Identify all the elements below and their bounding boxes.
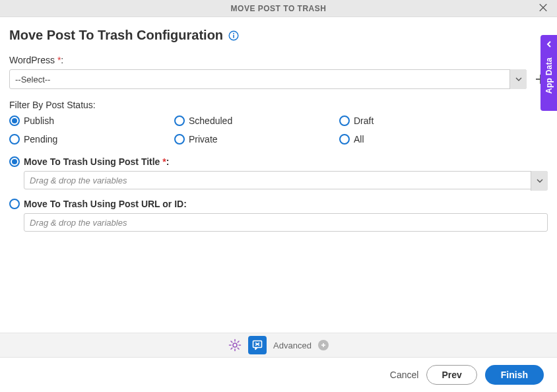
- expand-icon[interactable]: [318, 340, 329, 350]
- dialog-title: MOVE POST TO TRASH: [231, 4, 327, 13]
- radio-all[interactable]: All: [339, 134, 504, 145]
- radio-draft[interactable]: Draft: [339, 115, 504, 126]
- svg-point-3: [233, 32, 234, 34]
- page-title: Move Post To Trash Configuration: [9, 28, 223, 43]
- wordpress-label: WordPress *:: [9, 55, 548, 65]
- radio-publish[interactable]: Publish: [9, 115, 174, 126]
- svg-rect-4: [233, 34, 234, 38]
- radio-icon: [339, 115, 350, 126]
- wordpress-field-row: [9, 69, 548, 89]
- mode-title-label: Move To Trash Using Post Title *:: [24, 156, 169, 167]
- mode-title-section: Move To Trash Using Post Title *:: [9, 156, 548, 189]
- wordpress-select-input[interactable]: [9, 69, 527, 89]
- mode-url-label: Move To Trash Using Post URL or ID:: [24, 199, 187, 209]
- close-button[interactable]: [535, 1, 552, 15]
- post-title-input[interactable]: [24, 171, 548, 189]
- svg-point-7: [233, 343, 237, 347]
- dialog-header: MOVE POST TO TRASH: [0, 0, 557, 17]
- mode-url-section: Move To Trash Using Post URL or ID:: [9, 199, 548, 232]
- radio-label: Scheduled: [189, 115, 232, 126]
- middle-toolbar: Advanced: [0, 333, 557, 358]
- prev-button[interactable]: Prev: [426, 365, 476, 385]
- post-url-input[interactable]: [24, 213, 548, 232]
- finish-button[interactable]: Finish: [485, 365, 544, 385]
- post-title-input-wrap: [24, 171, 548, 189]
- chevron-left-icon: [545, 39, 553, 51]
- post-url-input-wrap: [24, 213, 548, 232]
- radio-label: Pending: [24, 134, 57, 145]
- radio-label: Publish: [24, 115, 54, 126]
- radio-label: Draft: [354, 115, 374, 126]
- mode-title-header[interactable]: Move To Trash Using Post Title *:: [9, 156, 548, 167]
- advanced-label: Advanced: [273, 341, 311, 350]
- close-icon: [539, 3, 548, 12]
- wordpress-select[interactable]: [9, 69, 527, 89]
- app-data-side-tab[interactable]: App Data: [541, 35, 557, 111]
- radio-icon: [174, 115, 185, 126]
- radio-icon: [174, 134, 185, 145]
- footer-bar: Cancel Prev Finish: [0, 358, 557, 392]
- radio-pending[interactable]: Pending: [9, 134, 174, 145]
- required-asterisk: *: [57, 55, 61, 65]
- filter-label: Filter By Post Status:: [9, 100, 548, 110]
- page-title-row: Move Post To Trash Configuration: [9, 28, 548, 43]
- mode-url-header[interactable]: Move To Trash Using Post URL or ID:: [9, 199, 548, 209]
- info-icon[interactable]: [228, 30, 239, 41]
- cancel-button[interactable]: Cancel: [390, 370, 419, 380]
- message-cancel-icon[interactable]: [248, 336, 267, 354]
- radio-icon: [339, 134, 350, 145]
- radio-icon: [9, 199, 20, 209]
- gear-icon[interactable]: [228, 339, 242, 352]
- radio-private[interactable]: Private: [174, 134, 339, 145]
- app-data-tab-label: App Data: [544, 57, 554, 94]
- radio-icon: [9, 156, 20, 167]
- filter-radio-group: Publish Scheduled Draft Pending Private …: [9, 115, 548, 145]
- radio-icon: [9, 134, 20, 145]
- radio-label: Private: [189, 134, 218, 145]
- radio-label: All: [354, 134, 364, 145]
- radio-icon: [9, 115, 20, 126]
- radio-scheduled[interactable]: Scheduled: [174, 115, 339, 126]
- content-area: Move Post To Trash Configuration WordPre…: [0, 17, 557, 232]
- required-asterisk: *: [162, 156, 166, 167]
